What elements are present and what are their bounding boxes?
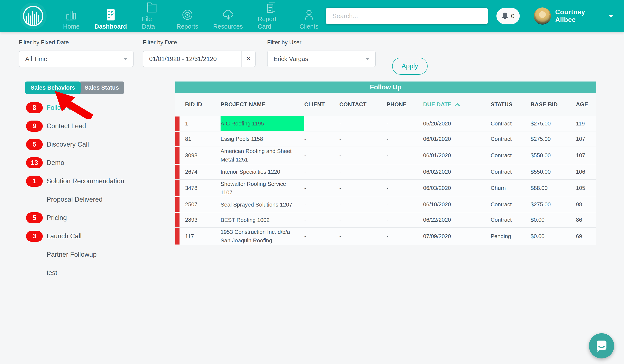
table-row[interactable]: 81 Essig Pools 1158 - - - 06/01/2020 Con… (175, 132, 596, 147)
sidebar-item-discovery-call[interactable]: 5 Discovery Call (26, 135, 158, 154)
nav-item-dashboard[interactable]: Dashboard (87, 7, 134, 30)
table-row[interactable]: 2893 BEST Roofing 1002 - - - 06/22/2020 … (175, 212, 596, 228)
chat-launcher-button[interactable] (589, 333, 614, 359)
cell-due-date: 06/01/2020 (423, 147, 491, 164)
cell-contact: - (339, 147, 387, 164)
cell-age: 107 (576, 147, 596, 164)
notification-count: 0 (511, 12, 515, 20)
main-nav: Home Dashboard File Data Reports Resourc… (55, 0, 326, 32)
count-badge: 8 (26, 102, 43, 113)
cell-phone: - (387, 212, 423, 228)
cell-base-bid: $0.00 (531, 212, 576, 228)
cell-age: 86 (576, 212, 596, 228)
behavior-label: Solution Recommendation (47, 177, 124, 185)
clear-date-button[interactable]: ✕ (241, 51, 255, 67)
sidebar-item-follow-up[interactable]: 8 Follow Up (26, 99, 158, 117)
column-header-status[interactable]: STATUS (491, 93, 531, 116)
person-icon (302, 7, 316, 23)
cell-contact: - (339, 228, 387, 245)
column-header-bid-id[interactable]: BID ID (180, 93, 221, 116)
column-header-base-bid[interactable]: BASE BID (531, 93, 576, 116)
nav-item-file-data[interactable]: File Data (134, 0, 169, 30)
tab-sales-status[interactable]: Sales Status (79, 82, 124, 94)
cell-status: Contract (491, 212, 531, 228)
behavior-label: test (47, 269, 57, 277)
table-body: 1 AIC Roofing 1195 - - - 05/20/2020 Cont… (175, 116, 596, 245)
cell-client: - (304, 197, 339, 212)
table-title: Follow Up (175, 82, 596, 93)
cell-phone: - (387, 164, 423, 180)
behavior-label: Pricing (47, 214, 67, 222)
cell-contact: - (339, 197, 387, 212)
cell-client: - (304, 132, 339, 147)
sidebar-item-solution-recommendation[interactable]: 1 Solution Recommendation (26, 172, 158, 190)
fixed-date-filter-label: Filter by Fixed Date (19, 39, 133, 46)
sidebar-item-demo[interactable]: 13 Demo (26, 154, 158, 172)
nav-item-clients[interactable]: Clients (292, 7, 326, 30)
table-row[interactable]: 1 AIC Roofing 1195 - - - 05/20/2020 Cont… (175, 116, 596, 132)
column-header-contact[interactable]: CONTACT (339, 93, 387, 116)
column-header-age[interactable]: AGE (576, 93, 596, 116)
notifications-button[interactable]: 0 (496, 8, 520, 24)
column-header-client[interactable]: CLIENT (304, 93, 339, 116)
table-header-row: BID ID PROJECT NAME CLIENT CONTACT PHONE… (175, 93, 596, 116)
sidebar-tabs: Sales Behaviors Sales Status (25, 82, 124, 94)
column-header-project-name[interactable]: PROJECT NAME (221, 93, 304, 116)
nav-item-report-card[interactable]: Report Card (250, 0, 292, 30)
cell-age: 69 (576, 228, 596, 245)
behavior-label: Contact Lead (47, 122, 86, 130)
table-row[interactable]: 117 1953 Construction Inc. d/b/a San Joa… (175, 228, 596, 245)
cell-phone: - (387, 180, 423, 197)
sidebar-item-contact-lead[interactable]: 9 Contact Lead (26, 117, 158, 135)
user-menu-caret-icon[interactable] (609, 15, 613, 18)
cell-contact: - (339, 164, 387, 180)
sidebar-item-launch-call[interactable]: 3 Launch Call (26, 227, 158, 245)
sidebar-item-partner-followup[interactable]: Partner Followup (26, 245, 158, 264)
nav-item-home[interactable]: Home (55, 7, 87, 30)
cell-project-name: 1953 Construction Inc. d/b/a San Joaquin… (221, 228, 304, 245)
fixed-date-select[interactable]: All Time (19, 50, 133, 67)
behavior-label: Launch Call (47, 232, 82, 240)
row-status-bar (175, 197, 180, 212)
count-badge: 1 (26, 176, 43, 187)
date-range-filter-group: Filter by Date 01/01/1920 - 12/31/2120 ✕ (143, 39, 256, 67)
row-status-bar (175, 180, 180, 197)
cell-status: Contract (491, 132, 531, 147)
app-logo[interactable] (20, 2, 47, 29)
cell-due-date: 06/03/2020 (423, 180, 491, 197)
sidebar-item-pricing[interactable]: 5 Pricing (26, 209, 158, 227)
fixed-date-filter-group: Filter by Fixed Date All Time (19, 39, 133, 67)
cell-status: Contract (491, 147, 531, 164)
cell-project-name: American Roofing and Sheet Metal 1251 (221, 147, 304, 164)
nav-item-resources[interactable]: Resources (206, 7, 250, 30)
cell-status: Contract (491, 164, 531, 180)
date-range-input[interactable]: 01/01/1920 - 12/31/2120 ✕ (143, 50, 256, 67)
behavior-label: Discovery Call (47, 141, 89, 148)
cell-due-date: 06/10/2020 (423, 197, 491, 212)
table-row[interactable]: 3478 Showalter Roofing Service 1107 - - … (175, 180, 596, 197)
count-badge: 13 (26, 157, 43, 168)
cell-bid-id: 3093 (180, 147, 221, 164)
cell-project-name: BEST Roofing 1002 (221, 212, 304, 228)
user-select[interactable]: Erick Vargas (267, 50, 376, 67)
column-header-phone[interactable]: PHONE (387, 93, 423, 116)
tab-sales-behaviors[interactable]: Sales Behaviors (25, 82, 80, 94)
user-avatar[interactable] (534, 7, 551, 24)
equalizer-logo-icon (20, 3, 46, 29)
sidebar-item-test[interactable]: test (26, 264, 158, 282)
table-row[interactable]: 3093 American Roofing and Sheet Metal 12… (175, 147, 596, 164)
nav-item-reports[interactable]: Reports (169, 7, 206, 30)
cell-contact: - (339, 180, 387, 197)
report-card-icon (264, 0, 278, 15)
row-status-bar (175, 213, 180, 227)
column-header-due-date[interactable]: DUE DATE (423, 93, 491, 116)
search-input[interactable] (326, 8, 488, 24)
apply-button[interactable]: Apply (392, 58, 428, 75)
user-name[interactable]: Courtney Allbee (555, 8, 604, 24)
sidebar-item-proposal-delivered[interactable]: Proposal Delivered (26, 190, 158, 209)
table-row[interactable]: 2507 Seal Sprayed Solutions 1207 - - - 0… (175, 197, 596, 212)
fixed-date-value: All Time (19, 55, 123, 63)
cell-client: - (304, 180, 339, 197)
table-row[interactable]: 2674 Interior Specialties 1220 - - - 06/… (175, 164, 596, 180)
user-filter-value: Erick Vargas (267, 55, 365, 63)
